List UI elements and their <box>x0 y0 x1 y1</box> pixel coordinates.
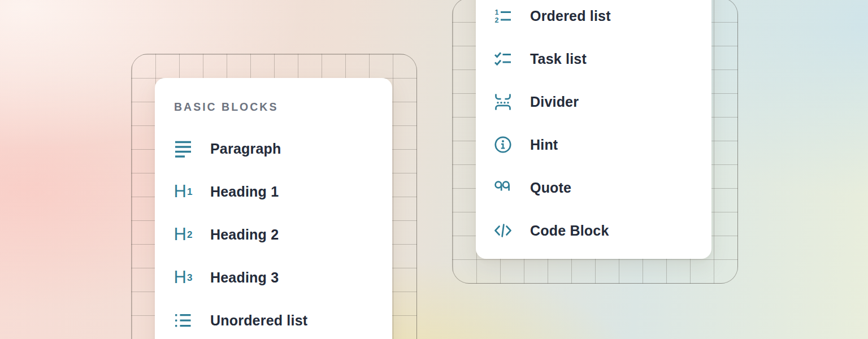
quote-icon <box>494 179 512 197</box>
code-block-icon <box>494 221 512 240</box>
menu-item-label: Code Block <box>530 223 609 239</box>
menu-item-label: Unordered list <box>210 312 307 329</box>
task-list-icon <box>494 50 512 68</box>
menu-item-label: Heading 1 <box>210 184 279 200</box>
menu-item-heading-2[interactable]: H2 Heading 2 <box>174 213 373 256</box>
menu-item-ordered-list[interactable]: 1 2 Ordered list <box>494 0 693 37</box>
basic-blocks-menu: BASIC BLOCKS Paragraph H1 Heading 1 H2 H… <box>155 78 392 339</box>
menu-item-label: Quote <box>530 180 571 196</box>
menu-item-paragraph[interactable]: Paragraph <box>174 127 373 170</box>
blocks-menu-continued: 1 2 Ordered list Task list <box>476 0 711 259</box>
heading-3-icon: H3 <box>174 268 192 286</box>
menu-item-label: Task list <box>530 51 587 67</box>
heading-1-icon: H1 <box>174 182 192 201</box>
ordered-list-icon: 1 2 <box>494 7 512 25</box>
menu-item-label: Heading 2 <box>210 227 279 243</box>
divider-icon <box>494 93 512 111</box>
menu-item-hint[interactable]: Hint <box>494 123 693 166</box>
menu-item-label: Divider <box>530 94 579 110</box>
menu-item-label: Hint <box>530 137 558 153</box>
menu-section-header: BASIC BLOCKS <box>174 101 373 113</box>
menu-item-label: Ordered list <box>530 8 611 24</box>
menu-item-heading-1[interactable]: H1 Heading 1 <box>174 170 373 213</box>
svg-text:1: 1 <box>495 8 499 16</box>
menu-item-code-block[interactable]: Code Block <box>494 209 693 252</box>
menu-item-heading-3[interactable]: H3 Heading 3 <box>174 256 373 299</box>
heading-2-icon: H2 <box>174 225 192 244</box>
menu-item-task-list[interactable]: Task list <box>494 37 693 80</box>
menu-item-label: Heading 3 <box>210 270 279 286</box>
menu-item-divider[interactable]: Divider <box>494 80 693 123</box>
unordered-list-icon <box>174 311 192 329</box>
svg-text:2: 2 <box>495 16 499 24</box>
menu-item-quote[interactable]: Quote <box>494 166 693 209</box>
menu-item-label: Paragraph <box>210 141 281 157</box>
paragraph-icon <box>174 140 192 158</box>
menu-item-unordered-list[interactable]: Unordered list <box>174 299 373 339</box>
hint-icon <box>494 136 512 154</box>
